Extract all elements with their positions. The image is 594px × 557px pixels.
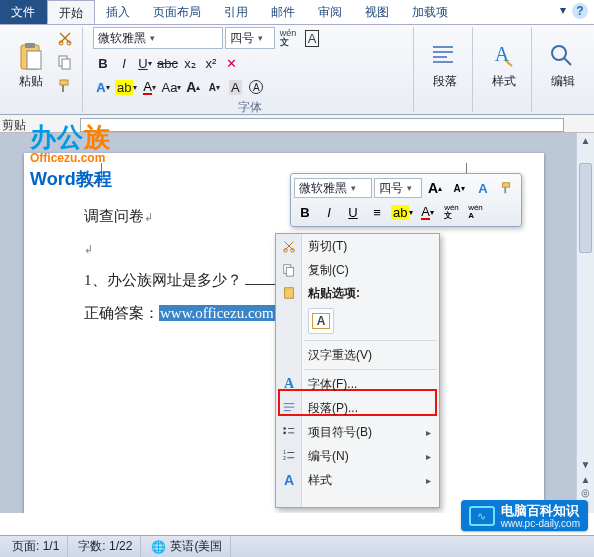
paste-button[interactable]: 粘贴: [10, 27, 52, 93]
group-editing: 编辑: [536, 27, 590, 112]
q1-number: 1、: [84, 272, 107, 288]
ctx-styles[interactable]: A 样式▸: [276, 468, 439, 492]
vertical-scrollbar[interactable]: ▲ ▼ ▲ ◎ ▼: [576, 133, 594, 513]
mini-font-name[interactable]: 微软雅黑▾: [294, 178, 372, 198]
tab-file[interactable]: 文件: [0, 0, 47, 24]
char-shading-icon[interactable]: A: [225, 77, 245, 97]
group-paragraph: 段落: [418, 27, 473, 112]
font-color-icon[interactable]: A▾: [139, 77, 159, 97]
ctx-font[interactable]: A 字体(F)...: [276, 372, 439, 396]
mini-pinyin-guide-icon[interactable]: wén文: [440, 201, 462, 223]
bold-button[interactable]: B: [93, 53, 113, 73]
change-case-icon[interactable]: Aa▾: [160, 77, 182, 97]
ribbon-minimize-icon[interactable]: ▾: [560, 3, 566, 21]
mini-pinyin-a-icon[interactable]: wénA: [464, 201, 486, 223]
status-page[interactable]: 页面: 1/1: [4, 536, 68, 557]
ctx-copy[interactable]: 复制(C): [276, 258, 439, 282]
ctx-cut[interactable]: 剪切(T): [276, 234, 439, 258]
tab-references[interactable]: 引用: [213, 0, 260, 24]
margin-mark-icon: [82, 163, 102, 183]
ctx-hanzi-reselect[interactable]: 汉字重选(V): [276, 343, 439, 367]
status-word-count[interactable]: 字数: 1/22: [70, 536, 141, 557]
svg-point-9: [552, 46, 566, 60]
paste-keep-formatting[interactable]: A: [308, 308, 334, 334]
styles-icon: A: [280, 471, 298, 489]
svg-rect-7: [60, 80, 68, 85]
svg-rect-1: [25, 43, 35, 48]
browse-object-icon[interactable]: ◎: [577, 486, 594, 499]
grow-font-icon[interactable]: A▴: [183, 77, 203, 97]
styles-button[interactable]: A 样式: [483, 27, 525, 93]
editing-button[interactable]: 编辑: [542, 27, 584, 93]
svg-point-17: [283, 432, 286, 435]
scroll-thumb[interactable]: [579, 163, 592, 253]
italic-button[interactable]: I: [114, 53, 134, 73]
clear-formatting-icon[interactable]: ✕: [222, 53, 242, 73]
ctx-paragraph[interactable]: 段落(P)...: [276, 396, 439, 420]
group-font-label: 字体: [93, 97, 407, 116]
mini-highlight[interactable]: ab▾: [390, 201, 414, 223]
mini-underline[interactable]: U: [342, 201, 364, 223]
scroll-down-icon[interactable]: ▼: [577, 457, 594, 473]
mini-grow-font[interactable]: A▴: [424, 177, 446, 199]
cut-icon: [280, 237, 298, 255]
svg-rect-2: [27, 51, 41, 69]
subscript-button[interactable]: x₂: [180, 53, 200, 73]
pinyin-guide-icon[interactable]: wén文: [277, 27, 299, 49]
status-language[interactable]: 🌐英语(美国: [143, 536, 231, 557]
ctx-numbering[interactable]: 12 编号(N)▸: [276, 444, 439, 468]
paragraph-icon: [429, 41, 461, 73]
format-painter-icon[interactable]: [54, 75, 76, 97]
tab-home[interactable]: 开始: [47, 0, 95, 24]
group-clipboard: 粘贴: [4, 27, 83, 112]
superscript-button[interactable]: x²: [201, 53, 221, 73]
shrink-font-icon[interactable]: A▾: [204, 77, 224, 97]
tab-mailings[interactable]: 邮件: [260, 0, 307, 24]
mini-format-painter-icon[interactable]: [496, 177, 518, 199]
ctx-bullets[interactable]: 项目符号(B)▸: [276, 420, 439, 444]
mini-bold[interactable]: B: [294, 201, 316, 223]
mini-italic[interactable]: I: [318, 201, 340, 223]
font-name-combo[interactable]: 微软雅黑▾: [93, 27, 223, 49]
tab-insert[interactable]: 插入: [95, 0, 142, 24]
copy-icon[interactable]: [54, 51, 76, 73]
cut-icon[interactable]: [54, 27, 76, 49]
copy-icon: [280, 261, 298, 279]
prev-page-icon[interactable]: ▲: [577, 473, 594, 486]
svg-text:2: 2: [283, 455, 286, 461]
strikethrough-button[interactable]: abc: [156, 53, 179, 73]
tab-addins[interactable]: 加载项: [401, 0, 460, 24]
find-icon: [547, 41, 579, 73]
doc-title: 调查问卷: [84, 208, 144, 224]
mini-shrink-font[interactable]: A▾: [448, 177, 470, 199]
site-logo-icon: ∿: [469, 506, 495, 526]
enclose-char-icon[interactable]: A: [246, 77, 266, 97]
paragraph-dialog-icon: [280, 399, 298, 417]
mini-font-color[interactable]: A▾: [416, 201, 438, 223]
svg-rect-10: [503, 183, 510, 187]
tab-view[interactable]: 视图: [354, 0, 401, 24]
group-font: 微软雅黑▾ 四号▾ wén文 A B I U▾ abc x₂ x² ✕ A▾ a…: [87, 27, 414, 112]
svg-point-16: [283, 427, 286, 430]
mini-change-styles[interactable]: A: [472, 177, 494, 199]
styles-icon: A: [488, 41, 520, 73]
tab-review[interactable]: 审阅: [307, 0, 354, 24]
font-size-combo[interactable]: 四号▾: [225, 27, 275, 49]
scroll-up-icon[interactable]: ▲: [577, 133, 594, 149]
tab-page-layout[interactable]: 页面布局: [142, 0, 213, 24]
highlight-color-icon[interactable]: ab▾: [114, 77, 138, 97]
char-border-icon[interactable]: A: [301, 27, 323, 49]
ribbon-tabbar: 文件 开始 插入 页面布局 引用 邮件 审阅 视图 加载项 ▾ ?: [0, 0, 594, 25]
horizontal-ruler[interactable]: [0, 115, 594, 133]
document-viewport: 调查问卷↲ ↲ 1、办公族网址是多少？ 正确答案：www.officezu.co…: [0, 133, 594, 513]
text-effects-icon[interactable]: A▾: [93, 77, 113, 97]
underline-button[interactable]: U▾: [135, 53, 155, 73]
mini-align-center-icon[interactable]: ≡: [366, 201, 388, 223]
help-icon[interactable]: ?: [572, 3, 588, 19]
svg-rect-14: [286, 267, 293, 276]
svg-rect-6: [62, 59, 70, 69]
paste-icon: [280, 284, 298, 302]
selected-text[interactable]: www.officezu.com: [159, 305, 275, 321]
paragraph-button[interactable]: 段落: [424, 27, 466, 93]
mini-font-size[interactable]: 四号▾: [374, 178, 422, 198]
